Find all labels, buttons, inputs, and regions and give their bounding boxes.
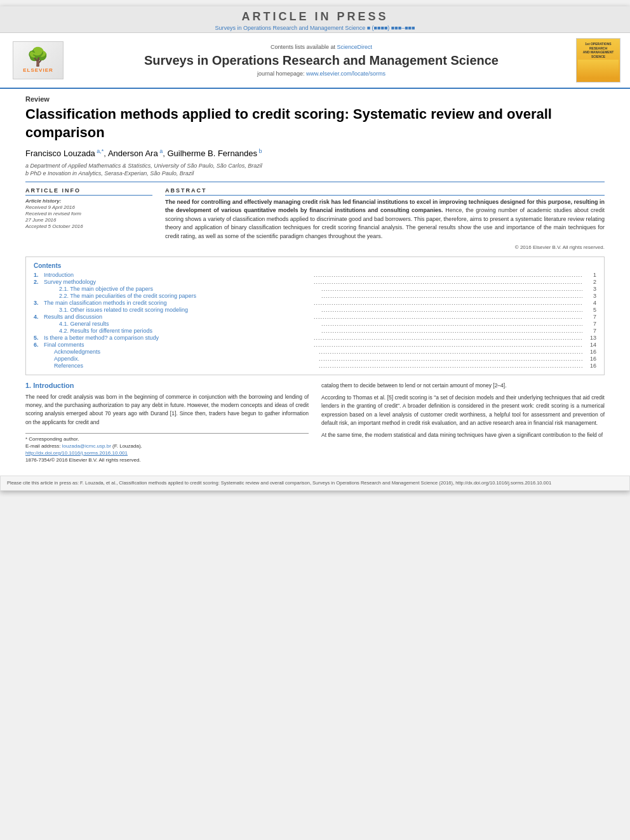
- contents-num-2: 2.: [34, 279, 44, 285]
- contents-item-2-2: 2.2. The main peculiarities of the credi…: [34, 293, 596, 299]
- contents-label-app[interactable]: Appendix.: [44, 356, 318, 362]
- email-link[interactable]: louzada@icmc.usp.br: [62, 443, 111, 449]
- contents-dots-2: ........................................…: [314, 279, 582, 285]
- contents-item-2-1: 2.1. The main objective of the papers ..…: [34, 286, 596, 292]
- contents-page-2: 2: [584, 279, 596, 285]
- contents-label-4-2[interactable]: 4.2. Results for different time periods: [44, 328, 320, 334]
- journal-title: Surveys in Operations Research and Manag…: [76, 53, 566, 68]
- contents-num-3: 3.: [34, 300, 44, 306]
- aip-banner: ARTICLE IN PRESS Surveys in Operations R…: [0, 6, 630, 33]
- elsevier-wordmark: ELSEVIER: [23, 67, 53, 73]
- contents-label-1[interactable]: Introduction: [44, 272, 312, 278]
- history-label: Article history:: [25, 198, 152, 204]
- contents-dots-4-2: ........................................…: [321, 328, 582, 334]
- contents-dots-app: ........................................…: [319, 356, 582, 362]
- contents-label-2-1[interactable]: 2.1. The main objective of the papers: [44, 286, 320, 292]
- journal-center-info: Contents lists available at ScienceDirec…: [70, 44, 573, 77]
- sciencedirect-link[interactable]: ScienceDirect: [337, 44, 373, 50]
- sup-a2: a: [158, 148, 163, 154]
- contents-num-1: 1.: [34, 272, 44, 278]
- contents-dots-2-2: ........................................…: [321, 293, 582, 299]
- contents-title: Contents: [34, 262, 596, 269]
- contents-dots-4-1: ........................................…: [321, 321, 582, 327]
- abstract-text: The need for controlling and effectively…: [165, 198, 605, 241]
- contents-label-4-1[interactable]: 4.1. General results: [44, 321, 320, 327]
- authors-line: Francisco Louzada a,*, Anderson Ara a, G…: [25, 148, 605, 158]
- aip-title: ARTICLE IN PRESS: [0, 10, 630, 23]
- contents-label-3-1[interactable]: 3.1. Other issues related to credit scor…: [44, 307, 320, 313]
- contents-item-1: 1. Introduction ........................…: [34, 272, 596, 278]
- right-para1: catalog them to decide between to lend o…: [321, 382, 605, 390]
- journal-cover-logo: 1st OPERATIONS RESEARCH AND MANAGEMENT S…: [576, 38, 620, 83]
- homepage-link[interactable]: www.elsevier.com/locate/sorms: [306, 70, 385, 77]
- citation-bar: Please cite this article in press as: F.…: [0, 476, 630, 491]
- contents-num-5: 5.: [34, 335, 44, 341]
- footnote-email: E-mail address: louzada@icmc.usp.br (F. …: [25, 443, 309, 449]
- contents-label-2-2[interactable]: 2.2. The main peculiarities of the credi…: [44, 293, 320, 299]
- abstract-col: ABSTRACT The need for controlling and ef…: [165, 187, 605, 251]
- journal-logo-right-area: 1st OPERATIONS RESEARCH AND MANAGEMENT S…: [573, 38, 624, 83]
- contents-num-6: 6.: [34, 342, 44, 348]
- contents-page-3-1: 5: [584, 307, 596, 313]
- homepage-line: journal homepage: www.elsevier.com/locat…: [76, 70, 566, 77]
- accepted-date: Accepted 5 October 2016: [25, 223, 152, 229]
- contents-num-4: 4.: [34, 314, 44, 320]
- affiliation-a: a Department of Applied Mathematics & St…: [25, 163, 605, 169]
- contents-label-ack[interactable]: Acknowledgments: [44, 349, 318, 355]
- contents-page-5: 13: [584, 335, 596, 341]
- author-ara: Anderson Ara: [108, 149, 158, 159]
- contents-item-app: Appendix. ..............................…: [34, 356, 596, 362]
- contents-item-5: 5. Is there a better method? a compariso…: [34, 335, 596, 341]
- contents-label-5[interactable]: Is there a better method? a comparison s…: [44, 335, 312, 341]
- contents-dots-4: ........................................…: [314, 314, 582, 320]
- contents-page-3: 4: [584, 300, 596, 306]
- elsevier-logo: 🌳 ELSEVIER: [13, 41, 64, 79]
- contents-label-3[interactable]: The main classification methods in credi…: [44, 300, 312, 306]
- contents-item-ref: References .............................…: [34, 363, 596, 369]
- contents-dots-ack: ........................................…: [319, 349, 582, 355]
- contents-dots-5: ........................................…: [314, 335, 582, 341]
- contents-dots-2-1: ........................................…: [321, 286, 582, 292]
- doi-link[interactable]: http://dx.doi.org/10.1016/j.sorms.2016.1…: [25, 450, 128, 456]
- sciencedirect-line: Contents lists available at ScienceDirec…: [76, 44, 566, 50]
- contents-label-ref[interactable]: References: [44, 363, 318, 369]
- aip-subtitle: Surveys in Operations Research and Manag…: [0, 25, 630, 31]
- author-louzada: Francisco Louzada: [25, 149, 95, 159]
- contents-page-ack: 16: [584, 349, 596, 355]
- contents-item-6: 6. Final comments ......................…: [34, 342, 596, 348]
- contents-page-4-2: 7: [584, 328, 596, 334]
- contents-dots-ref: ........................................…: [319, 363, 582, 369]
- contents-item-4: 4. Results and discussion ..............…: [34, 314, 596, 320]
- journal-header: 🌳 ELSEVIER Contents lists available at S…: [0, 33, 630, 89]
- contents-page-2-1: 3: [584, 286, 596, 292]
- sup-a1: a,*: [95, 148, 104, 154]
- contents-label-4[interactable]: Results and discussion: [44, 314, 312, 320]
- contents-item-4-1: 4.1. General results ...................…: [34, 321, 596, 327]
- contents-page-1: 1: [584, 272, 596, 278]
- page: ARTICLE IN PRESS Surveys in Operations R…: [0, 6, 630, 491]
- contents-label-6[interactable]: Final comments: [44, 342, 312, 348]
- contents-page-4: 7: [584, 314, 596, 320]
- right-col: catalog them to decide between to lend o…: [321, 382, 605, 464]
- right-para3: At the same time, the modern statistical…: [321, 431, 605, 439]
- tree-icon: 🌳: [23, 48, 53, 66]
- contents-item-3-1: 3.1. Other issues related to credit scor…: [34, 307, 596, 313]
- footnote-corresponding: * Corresponding author.: [25, 436, 309, 442]
- contents-dots-6: ........................................…: [314, 342, 582, 348]
- article-type-label: Review: [25, 95, 605, 103]
- contents-section: Contents 1. Introduction ...............…: [25, 257, 605, 375]
- intro-para1: The need for credit analysis was born in…: [25, 393, 309, 427]
- contents-page-2-2: 3: [584, 293, 596, 299]
- footnote-doi: http://dx.doi.org/10.1016/j.sorms.2016.1…: [25, 450, 309, 456]
- contents-dots-3: ........................................…: [314, 300, 582, 306]
- article-info-col: ARTICLE INFO Article history: Received 9…: [25, 187, 152, 251]
- abstract-heading: ABSTRACT: [165, 187, 605, 196]
- left-col: 1. Introduction The need for credit anal…: [25, 382, 309, 464]
- contents-dots-3-1: ........................................…: [321, 307, 582, 313]
- contents-page-app: 16: [584, 356, 596, 362]
- contents-page-6: 14: [584, 342, 596, 348]
- right-para2: According to Thomas et al. [5] credit sc…: [321, 394, 605, 427]
- contents-label-2[interactable]: Survey methodology: [44, 279, 312, 285]
- contents-dots-1: ........................................…: [314, 272, 582, 278]
- received-1: Received 9 April 2016: [25, 204, 152, 210]
